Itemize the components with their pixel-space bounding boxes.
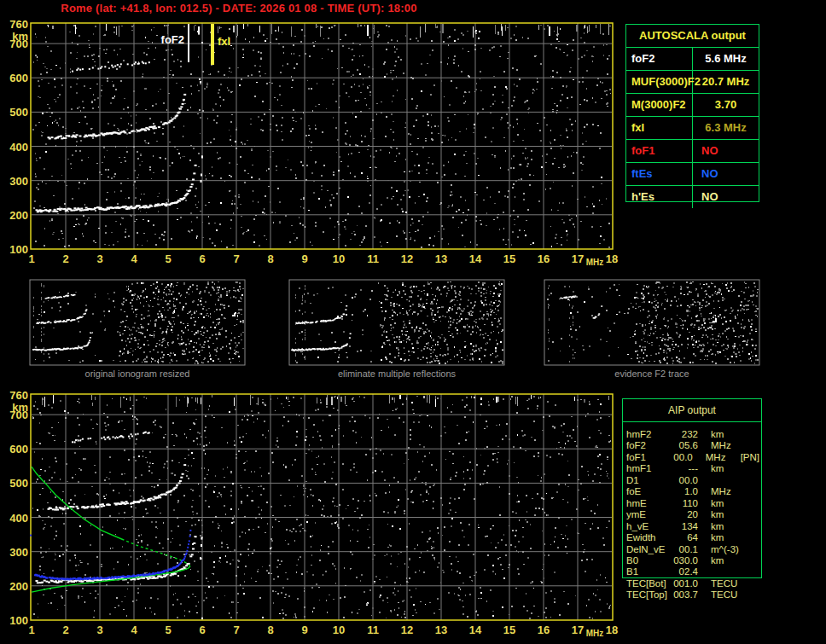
svg-text:600: 600 <box>9 443 28 455</box>
autoscala-param: fxI <box>626 117 693 139</box>
aip-unit: MHz <box>706 452 739 462</box>
aip-unit: MHz <box>711 440 747 450</box>
aip-row: h_vE134km <box>626 521 759 531</box>
aip-unit: km <box>711 521 747 531</box>
autoscala-param: h'Es <box>626 186 693 208</box>
svg-text:760: 760 <box>9 18 28 31</box>
aip-row: foF100.0MHz[PN] <box>626 452 759 462</box>
aip-value: 003.7 <box>669 589 698 600</box>
svg-text:17: 17 <box>572 252 584 265</box>
svg-text:3: 3 <box>96 624 102 636</box>
autoscala-output-table: AUTOSCALA output foF25.6 MHzMUF(3000)F22… <box>625 24 759 202</box>
svg-text:9: 9 <box>301 624 307 636</box>
autoscala-value: NO <box>693 163 759 185</box>
svg-text:foF2: foF2 <box>161 33 184 46</box>
aip-value: 00.0 <box>666 452 692 462</box>
aip-value: 05.6 <box>669 440 698 450</box>
svg-text:11: 11 <box>367 624 379 636</box>
aip-value: 00.1 <box>669 544 698 554</box>
svg-text:12: 12 <box>401 624 413 636</box>
aip-value: 20 <box>669 509 698 519</box>
svg-text:MHz: MHz <box>586 629 604 638</box>
aip-unit: km <box>711 555 747 566</box>
svg-text:13: 13 <box>435 252 447 265</box>
aip-unit <box>711 475 747 485</box>
autoscala-row: M(3000)F23.70 <box>626 93 759 116</box>
caption-original-ionogram: original ionogram resized <box>30 368 245 379</box>
aip-row: hmF2232km <box>626 429 759 439</box>
svg-text:16: 16 <box>538 624 550 636</box>
aip-param: B0 <box>626 555 669 566</box>
autoscala-param: foF2 <box>626 48 693 70</box>
aip-row: TEC[Bot]001.0TECU <box>626 578 759 589</box>
aip-value: 134 <box>669 521 698 531</box>
svg-text:10: 10 <box>333 252 345 265</box>
aip-row: foF205.6MHz <box>626 440 759 450</box>
aip-param: B1 <box>626 566 669 577</box>
svg-text:11: 11 <box>367 252 379 265</box>
svg-text:500: 500 <box>9 477 28 490</box>
aip-unit: km <box>711 463 747 473</box>
aip-param: TEC[Top] <box>626 589 669 600</box>
aip-param: hmF1 <box>626 463 669 473</box>
svg-text:100: 100 <box>9 243 28 256</box>
svg-text:4: 4 <box>131 624 137 636</box>
aip-row: D100.0 <box>626 475 759 485</box>
page-title: Rome (lat: +41.8, lon: 012.5) - DATE: 20… <box>0 2 478 15</box>
svg-text:300: 300 <box>9 175 28 188</box>
autoscala-param: M(3000)F2 <box>626 94 693 116</box>
svg-text:17: 17 <box>572 624 584 636</box>
svg-text:7: 7 <box>233 252 239 265</box>
aip-value: 232 <box>669 429 698 439</box>
svg-text:760: 760 <box>9 389 28 402</box>
autoscala-value: 3.70 <box>693 94 759 116</box>
svg-text:2: 2 <box>62 624 68 636</box>
svg-text:4: 4 <box>131 252 137 265</box>
aip-value: --- <box>669 463 698 473</box>
svg-text:600: 600 <box>9 72 28 84</box>
caption-evidence-f2-trace: evidence F2 trace <box>544 368 759 379</box>
aip-output-table: AIP output hmF2232kmfoF205.6MHzfoF100.0M… <box>622 398 762 603</box>
aip-value: 030.0 <box>669 555 698 566</box>
svg-text:MHz: MHz <box>586 258 604 267</box>
autoscala-param: foF1 <box>626 140 693 162</box>
autoscala-value: NO <box>693 140 759 162</box>
aip-row: hmE110km <box>626 498 759 508</box>
autoscala-value: 5.6 MHz <box>693 48 759 70</box>
svg-text:6: 6 <box>199 252 205 265</box>
aip-param: ymE <box>626 509 669 519</box>
aip-value: 110 <box>669 498 698 508</box>
aip-param: hmE <box>626 498 669 508</box>
svg-text:500: 500 <box>9 106 28 119</box>
aip-unit: km <box>711 498 747 508</box>
svg-text:18: 18 <box>606 252 618 265</box>
aip-value: 00.0 <box>669 475 698 485</box>
aip-row: B102.4 <box>626 566 759 577</box>
svg-text:14: 14 <box>469 252 482 265</box>
autoscala-param: ftEs <box>626 163 693 185</box>
svg-text:13: 13 <box>435 624 447 636</box>
autoscala-row: foF25.6 MHz <box>626 47 759 70</box>
svg-text:km: km <box>12 30 28 43</box>
svg-text:100: 100 <box>9 614 28 627</box>
aip-param: foF1 <box>626 452 666 462</box>
svg-text:7: 7 <box>233 624 239 636</box>
svg-text:14: 14 <box>469 624 482 636</box>
svg-text:5: 5 <box>165 624 171 636</box>
autoscala-row: ftEsNO <box>626 162 759 185</box>
aip-row: Ewidth64km <box>626 532 759 542</box>
svg-text:200: 200 <box>9 209 28 222</box>
aip-row: ymE20km <box>626 509 759 519</box>
svg-text:fxI: fxI <box>218 35 230 48</box>
autoscala-value: 6.3 MHz <box>693 117 759 139</box>
autoscala-param: MUF(3000)F2 <box>626 71 693 93</box>
aip-unit: TECU <box>711 589 747 600</box>
aip-param: DelN_vE <box>626 544 669 554</box>
aip-param: foE <box>626 486 669 496</box>
svg-text:15: 15 <box>503 624 515 636</box>
aip-unit <box>711 566 747 577</box>
aip-param: D1 <box>626 475 669 485</box>
aip-row: TEC[Top]003.7TECU <box>626 589 759 600</box>
svg-text:16: 16 <box>538 252 550 265</box>
caption-eliminate-reflections: eliminate multiple reflections <box>289 368 504 379</box>
